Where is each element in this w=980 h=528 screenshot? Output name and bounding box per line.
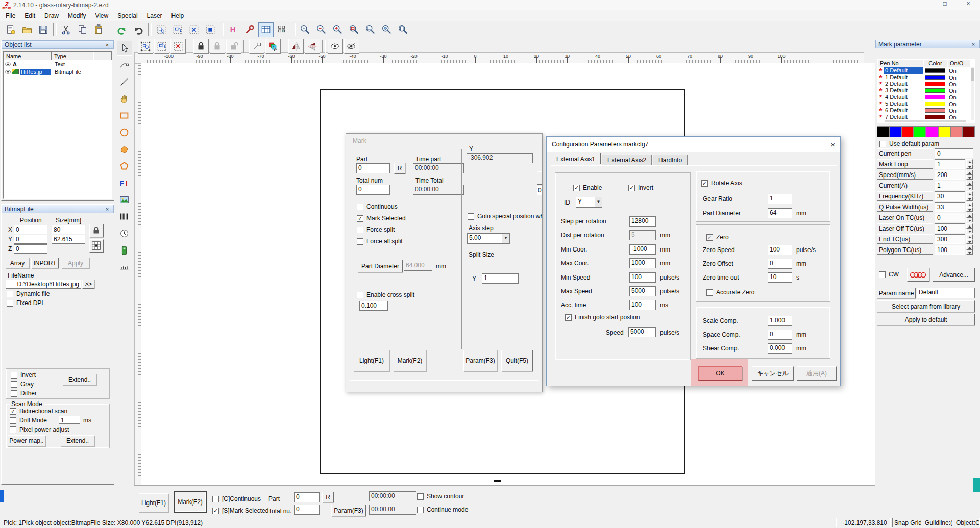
redo-button[interactable] bbox=[131, 22, 146, 37]
current-a--input[interactable]: 1 bbox=[935, 181, 965, 190]
select-tool[interactable] bbox=[117, 41, 132, 56]
spinner-control[interactable] bbox=[966, 234, 973, 244]
advance-button[interactable]: Advance... bbox=[933, 268, 975, 282]
extend-button[interactable]: Extend.. bbox=[63, 374, 96, 385]
undo-button[interactable] bbox=[114, 22, 130, 37]
cw-checkbox[interactable] bbox=[879, 271, 886, 278]
menu-edit[interactable]: Edit bbox=[20, 11, 40, 21]
invert-axis-checkbox[interactable]: ✓ bbox=[628, 185, 635, 191]
maximize-button[interactable]: □ bbox=[933, 0, 957, 10]
close-button[interactable]: × bbox=[957, 0, 980, 10]
part-diameter-button[interactable]: Part Diameter bbox=[358, 260, 403, 272]
chevron-down-icon[interactable]: ▼ bbox=[502, 234, 509, 243]
bidirectional-checkbox[interactable]: ✓ bbox=[10, 408, 16, 415]
force-all-split-checkbox[interactable] bbox=[357, 238, 363, 245]
accurate-zero-checkbox[interactable] bbox=[706, 289, 713, 296]
unlock-all-button[interactable] bbox=[226, 39, 241, 54]
z-position-input[interactable]: 0 bbox=[14, 244, 47, 254]
circle-tool[interactable] bbox=[117, 125, 132, 140]
q-pulse-width-us--input[interactable]: 33 bbox=[935, 202, 965, 212]
mark-f2-button[interactable]: Mark(F2) bbox=[394, 350, 426, 371]
r-button[interactable]: R bbox=[394, 163, 405, 174]
node-delete-button[interactable] bbox=[186, 22, 202, 37]
spinner-control[interactable] bbox=[966, 170, 973, 180]
menu-draw[interactable]: Draw bbox=[40, 11, 63, 21]
zero-checkbox[interactable]: ✓ bbox=[706, 234, 713, 241]
menu-special[interactable]: Special bbox=[113, 11, 142, 21]
new-button[interactable] bbox=[3, 22, 18, 37]
mirror-vertical-button[interactable] bbox=[305, 39, 320, 54]
show-contour-checkbox[interactable] bbox=[417, 493, 424, 500]
line-tool[interactable] bbox=[117, 74, 132, 89]
speed-mm-s--input[interactable]: 200 bbox=[935, 170, 965, 180]
spinner-control[interactable] bbox=[966, 245, 973, 255]
param-name-field[interactable]: Default bbox=[917, 288, 975, 298]
dither-checkbox[interactable] bbox=[11, 390, 17, 397]
freehand-tool[interactable] bbox=[117, 91, 132, 106]
transform-rotate-button[interactable] bbox=[154, 39, 169, 54]
filename-input[interactable]: D:¥Desktop¥HiRes.jpg bbox=[6, 280, 81, 289]
menu-help[interactable]: Help bbox=[167, 11, 189, 21]
menu-laser[interactable]: Laser bbox=[142, 11, 167, 21]
id-select[interactable]: Y ▼ bbox=[576, 197, 602, 208]
node-select-button[interactable] bbox=[154, 22, 169, 37]
continue-mode-checkbox[interactable] bbox=[417, 507, 424, 513]
mark-loop-input[interactable]: 1 bbox=[935, 159, 965, 169]
bitmapfile-close-icon[interactable]: × bbox=[104, 206, 111, 212]
menu-file[interactable]: File bbox=[1, 11, 20, 21]
bottom-mark-f2-button[interactable]: Mark(F2) bbox=[174, 491, 207, 513]
spinner-control[interactable] bbox=[966, 202, 973, 212]
io-tool[interactable] bbox=[117, 243, 132, 258]
cancel-button[interactable]: キャンセル bbox=[752, 366, 794, 381]
array-button[interactable] bbox=[275, 22, 290, 37]
tools-button[interactable] bbox=[242, 22, 257, 37]
goto-position-button[interactable] bbox=[249, 39, 264, 54]
zoom-out-button[interactable] bbox=[314, 22, 329, 37]
invert-checkbox[interactable] bbox=[11, 372, 17, 379]
barcode-tool[interactable] bbox=[117, 209, 132, 224]
enable-checkbox[interactable]: ✓ bbox=[573, 185, 580, 191]
force-split-checkbox[interactable] bbox=[357, 227, 363, 233]
laser-off-tc-us--input[interactable]: 100 bbox=[935, 223, 965, 233]
x-size-input[interactable]: 80 bbox=[52, 225, 85, 234]
tab-hardinfo[interactable]: HardInfo bbox=[653, 155, 688, 165]
apply-config-button[interactable]: 適用(A) bbox=[797, 366, 837, 381]
measure-tool[interactable] bbox=[117, 260, 132, 274]
lock-ratio-button[interactable] bbox=[89, 224, 104, 237]
extend2-button[interactable]: Extend.. bbox=[61, 435, 94, 446]
goto-speed-input[interactable]: 5000 bbox=[628, 327, 656, 337]
object-list-row[interactable]: HiRes.jpBitmapFile bbox=[4, 68, 112, 76]
laser-rings-button[interactable] bbox=[907, 268, 929, 282]
part-input[interactable]: 0 bbox=[356, 163, 390, 173]
curve-tool[interactable] bbox=[117, 142, 132, 157]
spinner-control[interactable] bbox=[966, 191, 973, 201]
total-num-input[interactable]: 0 bbox=[356, 185, 390, 195]
param-name-button[interactable]: Param name bbox=[877, 288, 916, 298]
object-list-close-icon[interactable]: × bbox=[104, 42, 111, 48]
axis-step-select[interactable]: 5.00 ▼ bbox=[467, 233, 510, 244]
bottom-r-button[interactable]: R bbox=[322, 492, 334, 502]
apply-button[interactable]: Apply bbox=[62, 258, 89, 268]
chevron-down-icon[interactable]: ▼ bbox=[595, 197, 602, 207]
spinner-control[interactable] bbox=[966, 213, 973, 222]
inport-button[interactable]: INPORT bbox=[31, 258, 59, 268]
zoom-all-button[interactable] bbox=[363, 22, 378, 37]
light-f1-button[interactable]: Light(F1) bbox=[354, 350, 389, 371]
array-button[interactable]: Array bbox=[6, 258, 29, 268]
drill-mode-checkbox[interactable] bbox=[10, 417, 16, 424]
object-list-col-name[interactable]: Name bbox=[4, 52, 52, 60]
node-move-button[interactable] bbox=[203, 22, 218, 37]
select-param-button[interactable]: Select param from library bbox=[877, 300, 975, 312]
bottom-param-f3-button[interactable]: Param(F3) bbox=[331, 505, 366, 516]
object-handle[interactable] bbox=[494, 480, 501, 482]
y-size-input[interactable]: 62.615 bbox=[52, 235, 85, 244]
y-position-input[interactable]: 0 bbox=[14, 235, 47, 244]
paste-button[interactable] bbox=[91, 22, 107, 37]
mark-selected-checkbox[interactable]: ✓ bbox=[357, 215, 363, 222]
bottom-part-input[interactable]: 0 bbox=[294, 492, 320, 502]
anchor-grid-button[interactable] bbox=[89, 239, 104, 253]
tab-external-axis1[interactable]: External Axis1 bbox=[551, 153, 601, 164]
spinner-control[interactable] bbox=[966, 223, 973, 233]
minimize-button[interactable]: – bbox=[910, 0, 933, 10]
pixel-power-checkbox[interactable] bbox=[10, 426, 16, 433]
